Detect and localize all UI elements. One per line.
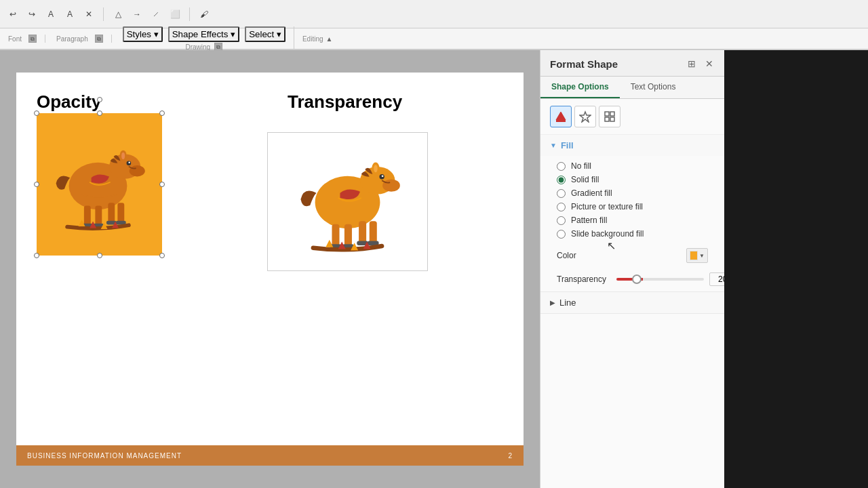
layout-icon-button[interactable]	[599, 106, 620, 127]
slide-canvas[interactable]: Opacity	[0, 50, 540, 488]
paint-button[interactable]: 🖌	[197, 7, 212, 22]
handle-bottom-left[interactable]	[34, 253, 39, 258]
select-button[interactable]: Select ▾	[245, 26, 285, 42]
svg-rect-42	[605, 117, 609, 121]
slide-footer: BUSINESS INFORMATION MANAGEMENT 2	[16, 445, 524, 466]
svg-point-4	[128, 162, 130, 163]
svg-point-2	[130, 165, 145, 177]
picture-fill-option[interactable]: Picture or texture fill	[557, 202, 708, 211]
panel-icon-row	[540, 99, 724, 135]
panel-tabs: Shape Options Text Options	[540, 77, 724, 99]
panel-close-button[interactable]: ✕	[703, 57, 716, 70]
color-button[interactable]: ▼	[686, 248, 708, 263]
line-section-header[interactable]: ▶ Line	[540, 292, 724, 313]
svg-rect-9	[108, 203, 115, 222]
transparency-label: Transparency	[288, 92, 402, 113]
handle-middle-right[interactable]	[159, 182, 165, 187]
fill-options: No fill Solid fill Gradient fill Picture…	[540, 156, 724, 244]
line-section: ▶ Line	[540, 292, 724, 314]
fill-icon-button[interactable]	[550, 106, 572, 127]
transparent-box[interactable]	[267, 132, 428, 271]
editing-collapse-button[interactable]: ▲	[326, 35, 333, 43]
tab-text-options[interactable]: Text Options	[620, 77, 687, 98]
handle-top-middle[interactable]	[97, 110, 102, 116]
paragraph-expand-icon[interactable]: ⧉	[95, 35, 103, 43]
svg-point-6	[121, 152, 125, 159]
drawing-group: Styles ▾ Shape Effects ▾ Select ▾ Drawin…	[120, 26, 294, 51]
pattern-fill-option[interactable]: Pattern fill	[557, 216, 708, 225]
svg-rect-40	[605, 112, 609, 116]
svg-rect-28	[359, 221, 366, 243]
main-area: Opacity	[0, 50, 868, 488]
svg-point-23	[382, 175, 384, 177]
undo-button[interactable]: ↩	[5, 7, 20, 22]
fill-section-header[interactable]: ▼ Fill	[540, 135, 724, 156]
styles-button[interactable]: Styles ▾	[123, 26, 163, 42]
slide-bg-fill-label: Slide background fill	[571, 229, 644, 239]
toolbar: ↩ ↪ A A ✕ △ → ⟋ ⬜ 🖌	[0, 0, 868, 28]
footer-page: 2	[508, 452, 513, 460]
no-fill-option[interactable]: No fill	[557, 161, 708, 171]
color-label: Color	[557, 251, 576, 260]
svg-rect-8	[95, 205, 102, 225]
handle-bottom-middle[interactable]	[97, 253, 102, 258]
redo-button[interactable]: ↪	[24, 7, 39, 22]
gradient-fill-radio[interactable]	[557, 189, 566, 198]
line-arrow-icon: ▶	[550, 299, 555, 306]
font-expand-icon[interactable]: ⧉	[28, 35, 37, 43]
solid-fill-radio[interactable]	[557, 176, 566, 184]
svg-rect-27	[344, 224, 352, 246]
effects-icon-button[interactable]	[574, 106, 596, 127]
horse-transparent	[281, 143, 414, 262]
line-section-title: Line	[559, 298, 576, 308]
slide-bg-fill-radio[interactable]	[557, 230, 566, 239]
color-row: Color ▼	[540, 244, 724, 267]
editing-group: Editing ▲	[302, 35, 332, 43]
svg-point-25	[374, 165, 378, 172]
no-fill-radio[interactable]	[557, 162, 566, 171]
format-panel-header: Format Shape ⊞ ✕	[540, 50, 724, 77]
orange-shape[interactable]	[37, 113, 162, 256]
picture-fill-radio[interactable]	[557, 203, 566, 211]
line-button[interactable]: ⟋	[149, 7, 163, 22]
fill-arrow-icon: ▼	[550, 142, 557, 149]
slide-content[interactable]: Opacity	[16, 73, 524, 445]
svg-rect-41	[610, 112, 614, 116]
right-dark-area	[724, 50, 868, 488]
handle-top-left[interactable]	[34, 110, 39, 116]
slide-wrapper: Opacity	[16, 73, 524, 466]
no-fill-label: No fill	[571, 161, 591, 171]
handle-middle-left[interactable]	[34, 182, 39, 187]
pattern-fill-label: Pattern fill	[571, 216, 607, 225]
shape-effects-button[interactable]: Shape Effects ▾	[168, 26, 239, 42]
transparency-slider[interactable]	[616, 278, 704, 281]
shape-button[interactable]: △	[111, 7, 125, 22]
rotate-handle[interactable]	[97, 97, 102, 102]
handle-top-right[interactable]	[159, 110, 165, 116]
solid-fill-option[interactable]: Solid fill	[557, 175, 708, 184]
arrow-button[interactable]: →	[130, 7, 144, 22]
font-label: Font	[8, 35, 22, 43]
panel-pin-button[interactable]: ⊞	[685, 57, 698, 70]
format-button[interactable]: ⬜	[167, 7, 182, 22]
opacity-label: Opacity	[37, 92, 101, 113]
format-panel-title: Format Shape	[550, 58, 618, 70]
pattern-fill-radio[interactable]	[557, 216, 566, 225]
horse-orange	[42, 127, 154, 245]
font-color-button[interactable]: A	[62, 7, 77, 22]
tab-shape-options[interactable]: Shape Options	[540, 77, 620, 98]
svg-rect-7	[84, 205, 91, 225]
svg-marker-39	[580, 112, 591, 122]
transparency-row: Transparency ▲ ▼	[540, 267, 724, 291]
gradient-fill-label: Gradient fill	[571, 188, 612, 198]
fill-section: ▼ Fill No fill Solid fill Gradient fill	[540, 135, 724, 292]
picture-fill-label: Picture or texture fill	[571, 202, 643, 211]
font-size-button[interactable]: A	[43, 7, 58, 22]
gradient-fill-option[interactable]: Gradient fill	[557, 188, 708, 198]
font-group: Font ⧉	[5, 35, 45, 43]
clear-format-button[interactable]: ✕	[81, 7, 96, 22]
format-panel: Format Shape ⊞ ✕ Shape Options Text Opti…	[540, 50, 724, 488]
svg-rect-43	[610, 117, 614, 121]
handle-bottom-right[interactable]	[159, 253, 165, 258]
slide-bg-fill-option[interactable]: Slide background fill	[557, 229, 708, 239]
